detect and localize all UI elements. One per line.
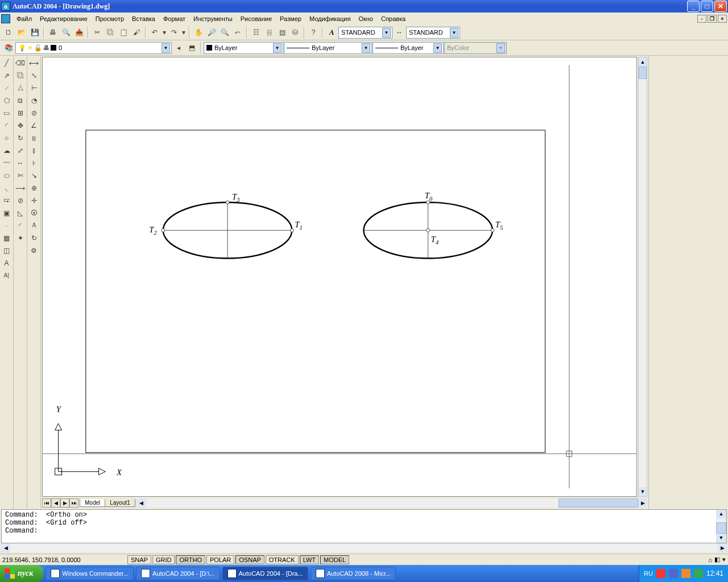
cut-icon[interactable]: ✂ [91,26,104,39]
print-icon[interactable]: 🖶 [47,26,59,39]
taskbar-item[interactable]: AutoCAD 2004 - [D:\... [136,567,220,580]
tray-icon[interactable]: ◧ [714,556,720,563]
command-window[interactable]: Command: <Ortho on> Command: <Grid off> … [1,509,727,543]
open-icon[interactable]: 📂 [15,26,28,39]
circle-icon[interactable]: ○ [1,132,13,144]
dimlin-icon[interactable]: ⟷ [28,57,40,69]
stretch-icon[interactable]: ↔ [14,157,26,169]
toggle-snap[interactable]: SNAP [127,555,151,564]
scroll-down-icon[interactable]: ▼ [716,534,726,543]
dimcont-icon[interactable]: ⊦ [28,157,40,169]
command-text[interactable]: Command: <Ortho on> Command: <Grid off> … [2,510,716,543]
start-button[interactable]: пуск [0,565,43,582]
mdi-restore[interactable]: ❐ [708,15,717,23]
scroll-thumb[interactable] [639,66,647,79]
vertical-scrollbar[interactable]: ▲ ▼ [638,57,647,497]
array-icon[interactable]: ⊞ [14,107,26,119]
scroll-right-icon[interactable]: ▶ [718,543,727,552]
line-icon[interactable]: ╱ [1,57,13,69]
scroll-right-icon[interactable]: ▶ [638,498,647,508]
tray-expand-icon[interactable]: ▾ [722,556,726,563]
extend-icon[interactable]: ⟶ [14,182,26,194]
fillet-icon[interactable]: ◜ [14,219,26,231]
erase-icon[interactable]: ⌫ [14,57,26,69]
tray-av-icon[interactable] [656,569,665,578]
dimstyle-btn-icon[interactable]: ⚙ [28,244,40,256]
dimdia-icon[interactable]: ⊘ [28,107,40,119]
paste-icon[interactable]: 📋 [117,26,130,39]
publish-icon[interactable]: 📤 [73,26,85,39]
linetype-dropdown[interactable]: ByLayer ▼ [284,42,372,54]
centermark-icon[interactable]: ✛ [28,194,40,206]
drawing-canvas[interactable]: T2 T1 T3 T4 T5 T6 [42,57,637,497]
hatch-icon[interactable]: ▦ [1,232,13,244]
region-icon[interactable]: ◫ [1,244,13,256]
mdi-close[interactable]: × [718,15,727,23]
tray-icon[interactable] [681,569,690,578]
textstyle-icon[interactable]: A [325,26,338,39]
menu-window[interactable]: Окно [354,14,377,23]
tab-last-icon[interactable]: ⏭ [69,498,78,508]
scroll-left-icon[interactable]: ◀ [137,498,146,508]
menu-edit[interactable]: Редактирование [36,14,92,23]
redo-icon[interactable]: ↷ [168,26,180,39]
menu-file[interactable]: Файл [13,14,36,23]
toggle-grid[interactable]: GRID [152,555,175,564]
menu-draw[interactable]: Рисование [237,14,276,23]
mtext-icon[interactable]: A [1,257,13,269]
mdi-minimize[interactable]: - [697,15,706,23]
dimang-icon[interactable]: ∠ [28,119,40,131]
tray-icon[interactable] [694,569,703,578]
rotate-icon[interactable]: ↻ [14,132,26,144]
scale-icon[interactable]: ⤢ [14,144,26,156]
tray-icon[interactable]: ⌂ [708,556,712,563]
textstyle-dropdown[interactable]: STANDARD ▼ [338,27,392,39]
qdim-icon[interactable]: ⫼ [28,132,40,144]
tolerance-icon[interactable]: ⊕ [28,182,40,194]
dimrad-icon[interactable]: ◔ [28,94,40,106]
move-icon[interactable]: ✥ [14,119,26,131]
ellipsearc-icon[interactable]: ◟ [1,182,13,194]
minimize-button[interactable]: _ [687,1,700,12]
dbconnect-icon[interactable]: ⛁ [289,26,301,39]
toggle-ortho[interactable]: ORTHO [176,555,205,564]
taskbar-item[interactable]: AutoCAD 2008 - Micr... [311,567,396,580]
undo-dd-icon[interactable]: ▾ [162,26,167,39]
scroll-up-icon[interactable]: ▲ [639,57,647,66]
toolpalette-icon[interactable]: ▤ [276,26,288,39]
pline-icon[interactable]: ⟋ [1,82,13,94]
layer-dropdown[interactable]: 💡☀🔓🖶 0 ▼ [15,42,172,54]
dimstyle-icon[interactable]: ↔ [393,26,406,39]
menu-format[interactable]: Формат [159,14,189,23]
xline-icon[interactable]: ⇗ [1,69,13,81]
block-icon[interactable]: ▣ [1,207,13,219]
horizontal-scrollbar[interactable]: ◀ ▶ [137,498,647,508]
color-dropdown[interactable]: ByLayer ▼ [204,42,283,54]
toggle-polar[interactable]: POLAR [206,555,234,564]
undo-icon[interactable]: ↶ [148,26,161,39]
designcenter-icon[interactable]: ⌸ [263,26,275,39]
mirror-icon[interactable]: ⧊ [14,82,26,94]
menu-view[interactable]: Просмотр [92,14,128,23]
arc-icon[interactable]: ◜ [1,119,13,131]
scroll-left-icon[interactable]: ◀ [1,543,10,552]
leader-icon[interactable]: ↘ [28,169,40,181]
taskbar-item[interactable]: Windows Commander... [46,567,134,580]
copy-icon[interactable]: ⿻ [104,26,117,39]
insert-icon[interactable]: ⮓ [1,194,13,206]
tab-first-icon[interactable]: ⏮ [42,498,51,508]
layerprev-icon[interactable]: ◂ [172,41,185,54]
command-hscroll[interactable]: ◀ ▶ [1,543,727,552]
scroll-up-icon[interactable]: ▲ [716,510,726,519]
copy-obj-icon[interactable]: ⿻ [14,69,26,81]
dimupdate-icon[interactable]: ↻ [28,232,40,244]
zoomprev-icon[interactable]: ⤺ [231,26,244,39]
dimtedit-icon[interactable]: Ａ [28,219,40,231]
doc-control-icon[interactable] [1,14,10,23]
layerstate-icon[interactable]: ⬒ [185,41,198,54]
dimalign-icon[interactable]: ⤡ [28,69,40,81]
dimord-icon[interactable]: ⊢ [28,82,40,94]
hscroll-thumb[interactable] [559,498,638,508]
ellipse-icon[interactable]: ⬭ [1,169,13,181]
zoomwin-icon[interactable]: 🔍 [218,26,231,39]
